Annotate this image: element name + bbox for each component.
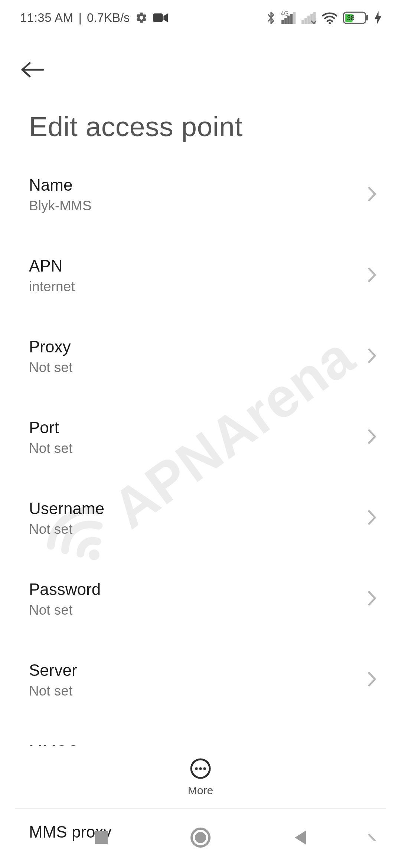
svg-point-20: [203, 767, 206, 770]
triangle-left-icon: [292, 829, 307, 848]
more-button[interactable]: More: [188, 758, 213, 797]
svg-rect-6: [301, 20, 304, 24]
battery-percentage: 38: [347, 14, 355, 22]
svg-point-19: [199, 767, 202, 770]
setting-value: Not set: [29, 522, 104, 537]
setting-row-text: PortNot set: [29, 418, 72, 456]
bluetooth-icon: [266, 10, 276, 25]
chevron-right-icon: [367, 428, 377, 447]
setting-row-text: UsernameNot set: [29, 499, 104, 537]
setting-row-username[interactable]: UsernameNot set: [0, 478, 401, 559]
setting-row-text: ServerNot set: [29, 661, 77, 699]
svg-rect-5: [293, 12, 296, 24]
setting-row-text: APNinternet: [29, 257, 75, 295]
setting-title: Password: [29, 580, 101, 599]
svg-rect-1: [281, 20, 284, 24]
svg-point-23: [195, 832, 206, 843]
svg-rect-13: [366, 15, 368, 20]
setting-title: Name: [29, 176, 92, 194]
svg-point-18: [195, 767, 198, 770]
setting-value: Not set: [29, 683, 77, 699]
nav-home-button[interactable]: [178, 816, 223, 861]
svg-point-11: [329, 22, 331, 24]
setting-row-proxy[interactable]: ProxyNot set: [0, 316, 401, 397]
setting-title: Proxy: [29, 338, 72, 356]
setting-row-text: PasswordNot set: [29, 580, 101, 618]
system-nav-bar: [0, 809, 401, 868]
video-camera-icon: [153, 13, 168, 23]
setting-title: Username: [29, 499, 104, 518]
bottom-dock: More: [0, 746, 401, 809]
app-bar: [0, 36, 401, 90]
square-icon: [94, 830, 109, 847]
circle-icon: [190, 827, 211, 849]
chevron-right-icon: [367, 347, 377, 366]
status-left: 11:35 AM | 0.7KB/s: [20, 11, 168, 25]
svg-rect-7: [304, 18, 307, 24]
chevron-right-icon: [367, 509, 377, 527]
charging-bolt-icon: [374, 11, 382, 24]
setting-title: APN: [29, 257, 75, 275]
nav-back-button[interactable]: [277, 816, 322, 861]
status-bar: 11:35 AM | 0.7KB/s 4G: [0, 0, 401, 36]
setting-value: Not set: [29, 441, 72, 456]
page-title: Edit access point: [0, 90, 401, 148]
status-right: 4G: [266, 10, 382, 25]
setting-row-apn[interactable]: APNinternet: [0, 235, 401, 316]
svg-rect-21: [95, 831, 108, 844]
battery-icon: 38: [343, 11, 369, 24]
setting-row-text: ProxyNot set: [29, 338, 72, 375]
setting-row-port[interactable]: PortNot set: [0, 397, 401, 478]
more-horizontal-icon: [190, 758, 211, 780]
status-data-rate: 0.7KB/s: [87, 11, 130, 25]
chevron-right-icon: [367, 266, 377, 285]
signal-sim1-icon: 4G: [281, 12, 296, 24]
svg-rect-0: [153, 13, 163, 22]
wifi-icon: [322, 11, 338, 24]
setting-title: Port: [29, 418, 72, 437]
svg-rect-4: [290, 14, 293, 24]
status-time: 11:35 AM: [20, 11, 73, 25]
signal-sim2-icon: [301, 12, 316, 24]
setting-value: Not set: [29, 602, 101, 618]
gear-icon: [135, 11, 148, 24]
settings-list[interactable]: NameBlyk-MMSAPNinternetProxyNot setPortN…: [0, 148, 401, 841]
setting-title: Server: [29, 661, 77, 680]
setting-row-name[interactable]: NameBlyk-MMS: [0, 154, 401, 235]
chevron-right-icon: [367, 590, 377, 608]
setting-row-server[interactable]: ServerNot set: [0, 640, 401, 720]
setting-row-password[interactable]: PasswordNot set: [0, 559, 401, 640]
setting-value: Not set: [29, 360, 72, 375]
status-separator: |: [78, 11, 82, 25]
setting-value: internet: [29, 279, 75, 295]
back-button[interactable]: [20, 53, 53, 87]
chevron-right-icon: [367, 185, 377, 204]
svg-rect-8: [307, 16, 310, 24]
chevron-right-icon: [367, 671, 377, 689]
network-type-label: 4G: [281, 10, 288, 17]
svg-rect-2: [284, 18, 287, 24]
setting-value: Blyk-MMS: [29, 198, 92, 214]
nav-recents-button[interactable]: [79, 816, 124, 861]
more-label: More: [188, 784, 213, 797]
arrow-left-icon: [20, 61, 46, 80]
setting-row-text: NameBlyk-MMS: [29, 176, 92, 214]
